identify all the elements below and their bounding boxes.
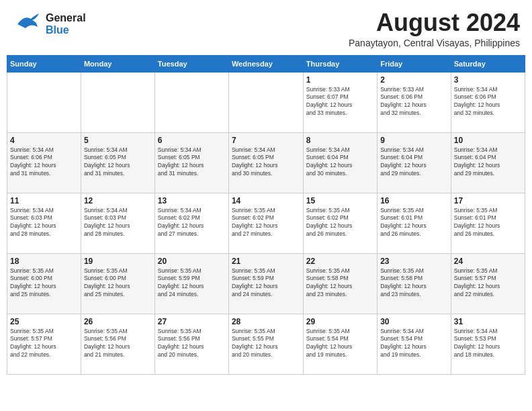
day-number: 27 [158,317,226,326]
day-info: Sunrise: 5:34 AM Sunset: 6:06 PM Dayligh… [454,86,522,118]
logo-icon [12,9,42,39]
calendar-cell: 5Sunrise: 5:34 AM Sunset: 6:05 PM Daylig… [81,132,154,193]
logo-general: General [46,12,86,24]
calendar-cell: 25Sunrise: 5:35 AM Sunset: 5:57 PM Dayli… [7,314,81,374]
day-info: Sunrise: 5:35 AM Sunset: 6:02 PM Dayligh… [232,207,300,239]
day-number: 21 [232,257,300,266]
day-number: 28 [232,317,300,326]
day-number: 30 [380,317,448,326]
day-number: 3 [454,75,522,85]
day-info: Sunrise: 5:35 AM Sunset: 6:01 PM Dayligh… [380,207,448,239]
day-info: Sunrise: 5:35 AM Sunset: 5:57 PM Dayligh… [454,267,522,300]
calendar-cell: 28Sunrise: 5:35 AM Sunset: 5:55 PM Dayli… [228,314,303,374]
day-info: Sunrise: 5:35 AM Sunset: 5:57 PM Dayligh… [10,328,78,360]
calendar-week-row: 4Sunrise: 5:34 AM Sunset: 6:06 PM Daylig… [7,132,525,193]
logo-blue: Blue [46,24,86,36]
calendar-cell: 29Sunrise: 5:35 AM Sunset: 5:54 PM Dayli… [303,314,377,374]
day-number: 11 [10,196,78,205]
day-info: Sunrise: 5:34 AM Sunset: 6:05 PM Dayligh… [232,146,300,179]
weekday-header: Tuesday [154,55,228,72]
day-number: 18 [10,257,78,266]
weekday-header: Monday [81,55,154,72]
day-number: 13 [158,196,226,205]
calendar-cell: 1Sunrise: 5:33 AM Sunset: 6:07 PM Daylig… [303,72,377,132]
calendar-cell: 15Sunrise: 5:35 AM Sunset: 6:02 PM Dayli… [303,193,377,253]
day-info: Sunrise: 5:34 AM Sunset: 6:02 PM Dayligh… [158,207,226,239]
day-info: Sunrise: 5:34 AM Sunset: 6:04 PM Dayligh… [454,146,522,179]
calendar-cell: 23Sunrise: 5:35 AM Sunset: 5:58 PM Dayli… [378,253,451,314]
calendar-week-row: 1Sunrise: 5:33 AM Sunset: 6:07 PM Daylig… [7,72,525,132]
calendar-cell: 7Sunrise: 5:34 AM Sunset: 6:05 PM Daylig… [228,132,303,193]
day-number: 25 [10,317,78,326]
calendar-cell: 3Sunrise: 5:34 AM Sunset: 6:06 PM Daylig… [451,72,525,132]
day-info: Sunrise: 5:34 AM Sunset: 6:04 PM Dayligh… [380,146,448,179]
weekday-header: Friday [378,55,451,72]
calendar-cell: 2Sunrise: 5:33 AM Sunset: 6:06 PM Daylig… [378,72,451,132]
day-number: 6 [158,136,226,145]
location-subtitle: Panaytayon, Central Visayas, Philippines [349,38,520,48]
day-number: 15 [306,196,374,205]
calendar-cell [7,72,81,132]
page-header: General Blue August 2024 Panaytayon, Cen… [7,7,525,51]
day-info: Sunrise: 5:34 AM Sunset: 6:03 PM Dayligh… [84,207,152,239]
calendar-cell: 21Sunrise: 5:35 AM Sunset: 5:59 PM Dayli… [228,253,303,314]
logo: General Blue [12,9,86,39]
day-number: 16 [380,196,448,205]
calendar-cell: 26Sunrise: 5:35 AM Sunset: 5:56 PM Dayli… [81,314,154,374]
calendar-cell: 31Sunrise: 5:34 AM Sunset: 5:53 PM Dayli… [451,314,525,374]
calendar-cell [228,72,303,132]
calendar-cell: 20Sunrise: 5:35 AM Sunset: 5:59 PM Dayli… [154,253,228,314]
calendar-week-row: 25Sunrise: 5:35 AM Sunset: 5:57 PM Dayli… [7,314,525,374]
title-block: August 2024 Panaytayon, Central Visayas,… [349,9,520,48]
calendar-header-row: SundayMondayTuesdayWednesdayThursdayFrid… [7,55,525,72]
calendar-cell: 19Sunrise: 5:35 AM Sunset: 6:00 PM Dayli… [81,253,154,314]
day-info: Sunrise: 5:33 AM Sunset: 6:06 PM Dayligh… [380,86,448,118]
day-number: 20 [158,257,226,266]
calendar-cell: 22Sunrise: 5:35 AM Sunset: 5:58 PM Dayli… [303,253,377,314]
calendar-cell: 12Sunrise: 5:34 AM Sunset: 6:03 PM Dayli… [81,193,154,253]
day-number: 29 [306,317,374,326]
day-number: 14 [232,196,300,205]
day-info: Sunrise: 5:34 AM Sunset: 6:04 PM Dayligh… [306,146,374,179]
day-number: 12 [84,196,152,205]
day-number: 7 [232,136,300,145]
calendar-cell: 24Sunrise: 5:35 AM Sunset: 5:57 PM Dayli… [451,253,525,314]
calendar-cell: 6Sunrise: 5:34 AM Sunset: 6:05 PM Daylig… [154,132,228,193]
day-info: Sunrise: 5:34 AM Sunset: 6:05 PM Dayligh… [84,146,152,179]
calendar-cell: 30Sunrise: 5:34 AM Sunset: 5:54 PM Dayli… [378,314,451,374]
day-info: Sunrise: 5:34 AM Sunset: 6:03 PM Dayligh… [10,207,78,239]
day-info: Sunrise: 5:35 AM Sunset: 5:59 PM Dayligh… [232,267,300,300]
day-info: Sunrise: 5:35 AM Sunset: 6:00 PM Dayligh… [84,267,152,300]
day-info: Sunrise: 5:35 AM Sunset: 6:02 PM Dayligh… [306,207,374,239]
day-info: Sunrise: 5:33 AM Sunset: 6:07 PM Dayligh… [306,86,374,118]
day-info: Sunrise: 5:35 AM Sunset: 5:55 PM Dayligh… [232,328,300,360]
calendar-cell: 18Sunrise: 5:35 AM Sunset: 6:00 PM Dayli… [7,253,81,314]
calendar-week-row: 18Sunrise: 5:35 AM Sunset: 6:00 PM Dayli… [7,253,525,314]
weekday-header: Wednesday [228,55,303,72]
weekday-header: Sunday [7,55,81,72]
day-number: 31 [454,317,522,326]
day-number: 1 [306,75,374,85]
day-info: Sunrise: 5:35 AM Sunset: 5:59 PM Dayligh… [158,267,226,300]
calendar-cell: 16Sunrise: 5:35 AM Sunset: 6:01 PM Dayli… [378,193,451,253]
weekday-header: Thursday [303,55,377,72]
calendar-cell: 14Sunrise: 5:35 AM Sunset: 6:02 PM Dayli… [228,193,303,253]
day-number: 4 [10,136,78,145]
calendar-cell: 4Sunrise: 5:34 AM Sunset: 6:06 PM Daylig… [7,132,81,193]
day-number: 26 [84,317,152,326]
day-info: Sunrise: 5:34 AM Sunset: 5:53 PM Dayligh… [454,328,522,360]
day-number: 9 [380,136,448,145]
calendar-cell [81,72,154,132]
calendar-cell: 27Sunrise: 5:35 AM Sunset: 5:56 PM Dayli… [154,314,228,374]
day-number: 10 [454,136,522,145]
calendar-cell [154,72,228,132]
day-info: Sunrise: 5:35 AM Sunset: 5:58 PM Dayligh… [306,267,374,300]
calendar-cell: 11Sunrise: 5:34 AM Sunset: 6:03 PM Dayli… [7,193,81,253]
day-info: Sunrise: 5:35 AM Sunset: 5:58 PM Dayligh… [380,267,448,300]
calendar-cell: 13Sunrise: 5:34 AM Sunset: 6:02 PM Dayli… [154,193,228,253]
day-number: 8 [306,136,374,145]
calendar-week-row: 11Sunrise: 5:34 AM Sunset: 6:03 PM Dayli… [7,193,525,253]
day-number: 24 [454,257,522,266]
day-number: 23 [380,257,448,266]
day-number: 2 [380,75,448,85]
